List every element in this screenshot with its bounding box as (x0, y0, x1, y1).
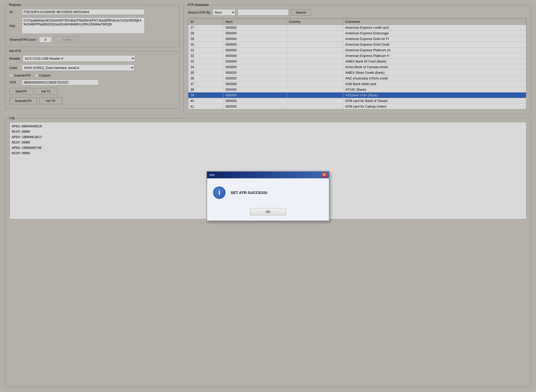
modal-footer: OK (207, 205, 329, 221)
modal-body: i SET ATR SUCCESS! (207, 178, 329, 205)
modal-titlebar: Info ✕ (207, 172, 329, 178)
info-dialog: Info ✕ i SET ATR SUCCESS! OK (207, 171, 329, 221)
info-icon: i (213, 187, 225, 199)
ok-button[interactable]: OK (250, 208, 286, 215)
modal-close-button[interactable]: ✕ (321, 173, 327, 177)
modal-message: SET ATR SUCCESS! (231, 190, 267, 195)
modal-title: Info (209, 173, 215, 177)
modal-overlay[interactable]: Info ✕ i SET ATR SUCCESS! OK (0, 0, 536, 392)
